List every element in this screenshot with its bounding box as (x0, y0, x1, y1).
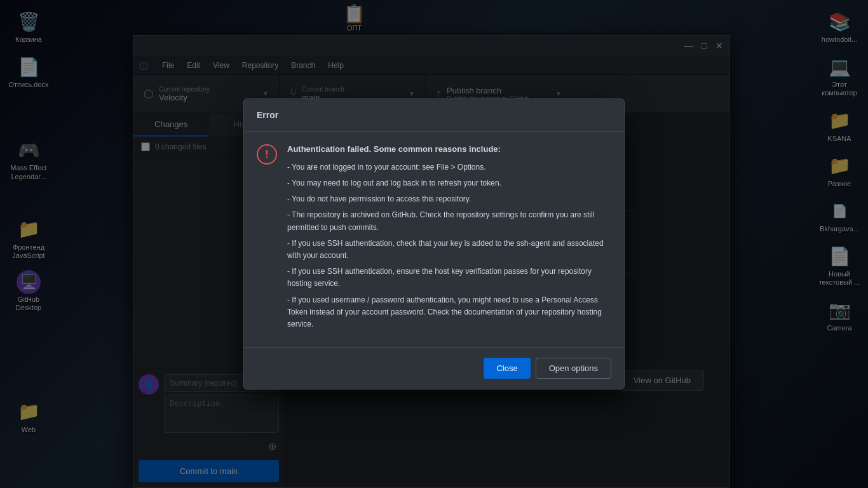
modal-overlay: Error ! Authentication failed. Some comm… (0, 0, 868, 488)
desktop: 🗑️ Корзина 📄 Отпись.docx 🎮 Mass Effect L… (0, 0, 868, 488)
modal-detail-text: - You are not logged in to your account:… (287, 161, 611, 330)
modal-body: ! Authentication failed. Some common rea… (244, 132, 624, 347)
close-modal-button[interactable]: Close (484, 358, 530, 379)
error-modal: Error ! Authentication failed. Some comm… (243, 98, 625, 390)
error-icon: ! (257, 144, 277, 165)
modal-header: Error (244, 99, 624, 132)
modal-main-text: Authentication failed. Some common reaso… (287, 144, 611, 154)
modal-footer: Close Open options (244, 347, 624, 389)
open-options-button[interactable]: Open options (536, 358, 611, 379)
modal-title: Error (257, 110, 278, 120)
modal-content: Authentication failed. Some common reaso… (287, 144, 611, 334)
